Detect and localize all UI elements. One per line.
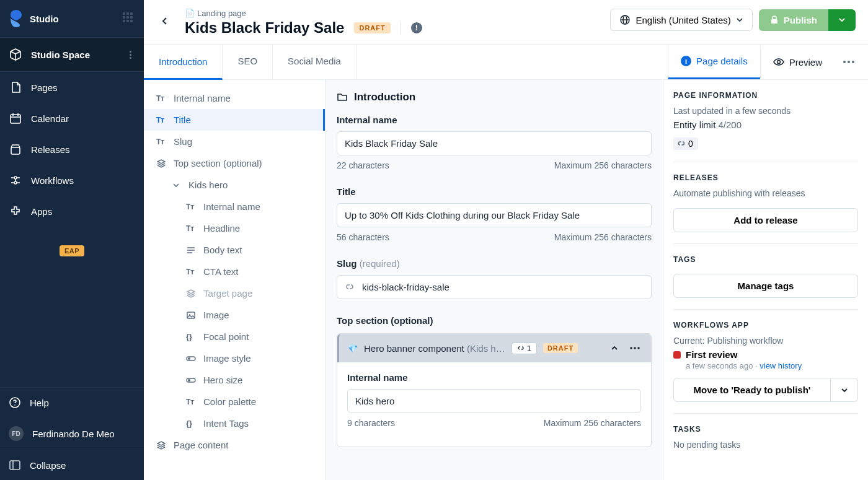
view-history-link[interactable]: view history [760,361,802,370]
details-panel: PAGE INFORMATION Last updated in a few s… [663,80,868,480]
outline-item[interactable]: Body text [144,239,325,261]
svg-text:Tт: Tт [186,398,194,406]
publish-dropdown[interactable] [828,9,856,31]
internal-name-label: Internal name [337,115,652,125]
apps-grid-icon[interactable] [123,12,135,25]
tab-seo[interactable]: SEO [223,45,273,79]
cube-icon [9,48,22,61]
svg-point-35 [630,347,632,349]
outline-item[interactable]: TтColor palette [144,391,325,412]
svg-point-32 [188,379,190,382]
brace-icon: {} [186,419,196,429]
manage-tags-button[interactable]: Manage tags [673,274,858,298]
avatar: FD [9,426,24,441]
breadcrumb: 📄Landing page [185,9,599,18]
nav-apps[interactable]: Apps [0,196,144,227]
main: 📄Landing page Kids Black Friday Sale DRA… [144,0,868,480]
chevron-down-icon [838,16,846,24]
para-icon [186,245,196,255]
svg-text:Tт: Tт [156,116,164,124]
outline-item[interactable]: TтTitle [144,109,325,131]
nav: Pages Calendar Releases Workflows Apps E… [0,72,144,387]
collapse-icon [9,459,21,471]
outline-item[interactable]: Kids hero [144,174,325,196]
slug-label: Slug (required) [337,258,652,269]
svg-text:Tт: Tт [156,94,164,103]
workflows-heading: WORKFLOWS APP [673,321,858,329]
nav-user[interactable]: FD Ferdinando De Meo [0,417,144,450]
tab-social-media[interactable]: Social Media [273,45,356,79]
layers-icon [156,440,166,450]
section-heading: Introduction [337,91,652,103]
component-status: DRAFT [543,343,578,353]
nav-calendar[interactable]: Calendar [0,103,144,134]
chevron-down-icon [736,16,743,24]
chev-icon [171,180,181,190]
publish-button[interactable]: Publish [759,9,828,31]
component-header[interactable]: 💎 Hero banner component (Kids h… 1 DRAFT [337,334,651,362]
outline-item[interactable]: Target page [144,282,325,304]
svg-point-30 [188,357,190,360]
outline-item[interactable]: Image [144,304,325,326]
outline-item[interactable]: Page content [144,434,325,456]
divider [401,21,401,35]
layers-icon [156,159,166,168]
outline-item-label: Internal name [203,201,260,212]
nav-collapse[interactable]: Collapse [0,450,144,480]
outline-item[interactable]: Top section (optional) [144,152,325,174]
outline-item[interactable]: {}Intent Tags [144,412,325,434]
internal-name-input[interactable] [337,131,652,155]
tog-icon [186,375,196,385]
nav-workflows[interactable]: Workflows [0,165,144,196]
tab-introduction[interactable]: Introduction [144,45,223,80]
warning-icon[interactable]: ! [411,22,422,33]
nav-workflows-label: Workflows [31,175,74,186]
svg-text:Tт: Tт [186,224,194,233]
nav-help[interactable]: Help [0,388,144,417]
back-button[interactable] [156,12,174,30]
add-to-release-button[interactable]: Add to release [673,208,858,232]
outline-item-label: Top section (optional) [174,158,262,168]
releases-icon [9,142,22,156]
nav-releases[interactable]: Releases [0,134,144,165]
outline-item-label: Title [174,115,191,125]
more-vertical-icon[interactable] [125,51,135,59]
collapse-component-button[interactable] [608,341,621,355]
inner-name-max: Maximum 256 characters [544,418,641,428]
form-panel: Introduction Internal name 22 characters… [326,80,663,480]
nav-pages[interactable]: Pages [0,72,144,103]
tab-page-details[interactable]: i Page details [668,45,760,79]
app-name: Studio [30,14,117,24]
outline-item[interactable]: TтInternal name [144,196,325,217]
outline-item[interactable]: TтHeadline [144,217,325,239]
component-more-button[interactable] [627,344,642,352]
link-count-chip[interactable]: 0 [673,137,698,150]
internal-name-max: Maximum 256 characters [554,160,652,170]
slug-input[interactable] [337,275,652,299]
section-title: Introduction [354,91,415,103]
outline-item-label: Image style [203,353,251,364]
breadcrumb-icon: 📄 [185,9,195,18]
top-section-label: Top section (optional) [337,315,652,326]
outline-item[interactable]: Image style [144,347,325,369]
outline-item[interactable]: TтCTA text [144,261,325,282]
svg-text:Tт: Tт [156,137,164,146]
eye-icon [773,56,784,68]
title-input[interactable] [337,203,652,227]
diamond-icon: 💎 [348,344,358,353]
language-selector[interactable]: English (United States) [610,9,752,31]
more-button[interactable] [835,50,863,74]
space-selector[interactable]: Studio Space [0,37,144,72]
outline-item[interactable]: TтInternal name [144,87,325,109]
breadcrumb-label: Landing page [197,9,246,18]
outline-item-label: CTA text [203,266,238,277]
inner-name-input[interactable] [347,389,641,413]
outline-item[interactable]: Hero size [144,369,325,391]
tab-preview[interactable]: Preview [760,45,835,79]
inner-name-count: 9 characters [347,418,395,428]
svg-rect-0 [11,115,20,123]
move-workflow-button[interactable]: Move to 'Ready to publish' [673,378,831,402]
outline-item[interactable]: TтSlug [144,131,325,152]
move-workflow-dropdown[interactable] [831,378,858,402]
outline-item[interactable]: {}Focal point [144,326,325,347]
